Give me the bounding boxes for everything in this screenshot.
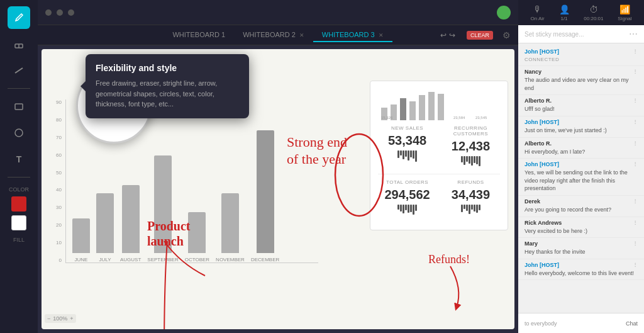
- chat-sender-4: Alberto R. ⋮: [525, 140, 638, 147]
- rect-tool-button[interactable]: [8, 95, 30, 118]
- sticky-menu-icon[interactable]: ⋯: [629, 29, 638, 39]
- dot-3: [68, 9, 74, 16]
- recurring-stat: RECURRING CUSTOMERS 12,438: [441, 125, 500, 166]
- tab-whiteboard-1[interactable]: WHITEBOARD 1: [164, 28, 234, 42]
- bar-july-label: JULY: [99, 257, 111, 262]
- chat-message-4: Alberto R. ⋮ Hi everybody, am I late?: [518, 138, 644, 159]
- signal-icon: 📶: [619, 4, 630, 14]
- chat-text-8: Hey thanks for the invite: [525, 248, 638, 256]
- settings-icon[interactable]: ⚙: [502, 30, 511, 40]
- bar-november-label: NOVEMBER: [216, 257, 245, 262]
- tooltip-body: Free drawing, eraser, stright line, arro…: [96, 78, 239, 110]
- bar-july: JULY: [96, 193, 114, 262]
- tooltip-title: Flexibility and style: [96, 63, 239, 73]
- bar-september: SEPTEMBER: [147, 155, 178, 262]
- svg-point-4: [15, 129, 23, 137]
- bar-october-label: OCTOBER: [185, 257, 209, 262]
- to-everybody-label: to everybody: [525, 320, 622, 327]
- zoom-out-icon[interactable]: −: [47, 315, 50, 322]
- time-label: 00:20:01: [584, 16, 603, 21]
- svg-text:23,545: 23,545: [475, 116, 487, 120]
- zoom-in-icon[interactable]: +: [70, 315, 73, 322]
- bar-august-rect: [122, 185, 140, 253]
- color-white-swatch[interactable]: [11, 215, 26, 230]
- right-top-bar: 🎙 On Air 👤 1/1 ⏱ 00:20:01 📶 Signal: [518, 0, 644, 25]
- pen-tool-button[interactable]: [8, 6, 30, 29]
- bar-august: AUGUST: [120, 185, 141, 262]
- bar-november-rect: [221, 193, 239, 253]
- refunds-bars: [441, 205, 500, 214]
- refunds-stat: REFUNDS 34,439: [441, 179, 500, 215]
- total-orders-value: 294,562: [378, 188, 436, 202]
- line-tool-button[interactable]: [8, 59, 30, 82]
- clock-icon: ⏱: [589, 4, 598, 14]
- whiteboard-canvas[interactable]: Flexibility and style Free drawing, eras…: [42, 49, 514, 329]
- left-toolbar: T COLOR FILL: [0, 0, 38, 333]
- green-status-dot: [497, 6, 511, 20]
- svg-rect-8: [409, 101, 416, 120]
- bar-june-label: JUNE: [75, 257, 88, 262]
- svg-rect-9: [419, 95, 425, 120]
- new-sales-label: NEW SALES: [378, 125, 436, 131]
- bar-september-rect: [154, 155, 172, 253]
- chat-message-2: Alberto R. ⋮ Ufff so glad!: [518, 95, 644, 116]
- text-tool-button[interactable]: T: [8, 148, 30, 171]
- stats-row-bottom: TOTAL ORDERS 294,562 REFUNDS 34,439: [378, 179, 500, 215]
- fill-section-label: FILL: [13, 237, 25, 243]
- tab-whiteboard-3[interactable]: WHITEBOARD 3✕: [313, 28, 392, 42]
- sticky-message-input[interactable]: Set sticky message... ⋯: [518, 25, 644, 43]
- chat-text-4: Hi everybody, am I late?: [525, 148, 638, 156]
- eraser-tool-button[interactable]: [8, 33, 30, 55]
- svg-text:23,584: 23,584: [453, 116, 465, 120]
- chat-sender-5: John [HOST] ⋮: [525, 161, 638, 167]
- chat-sender-6: Derek ⋮: [525, 198, 638, 205]
- chat-messages-list: John [HOST] ⋮ CONNECTED Nancy ⋮ The audi…: [518, 43, 644, 313]
- wifi-status: 👤 1/1: [559, 4, 570, 21]
- chart-y-axis: 9080706050 403020100: [48, 99, 64, 263]
- chat-text-7: Very excited to be here :): [525, 227, 638, 235]
- whiteboard-tabs-bar: WHITEBOARD 1 WHITEBOARD 2✕ WHITEBOARD 3✕…: [38, 25, 518, 45]
- refunds-value: 34,439: [441, 188, 500, 202]
- refunds-label: REFUNDS: [441, 179, 500, 185]
- chat-sender-2: Alberto R. ⋮: [525, 98, 638, 104]
- chat-message-0: John [HOST] ⋮ CONNECTED: [518, 46, 644, 66]
- stats-panel: 15,326 23,584 23,545 NEW SALES 53,348: [370, 81, 508, 230]
- on-air-status: 🎙 On Air: [530, 4, 544, 21]
- chat-message-8: Mary ⋮ Hey thanks for the invite: [518, 238, 644, 259]
- circle-tool-button[interactable]: [8, 121, 30, 144]
- bar-september-label: SEPTEMBER: [147, 257, 178, 262]
- chat-sender-8: Mary ⋮: [525, 240, 638, 247]
- signal-label: Signal: [618, 16, 631, 21]
- color-red-swatch[interactable]: [11, 196, 26, 212]
- svg-rect-3: [15, 104, 23, 110]
- chat-sender-0: John [HOST] ⋮: [525, 48, 638, 55]
- dot-1: [45, 9, 52, 16]
- zoom-controls[interactable]: − 100% +: [45, 314, 76, 323]
- chat-footer[interactable]: to everybody Chat: [518, 313, 644, 333]
- svg-text:Refunds!: Refunds!: [428, 253, 470, 266]
- chat-text-3: Just on time, we've just started :): [525, 127, 638, 135]
- total-orders-stat: TOTAL ORDERS 294,562: [378, 179, 436, 215]
- clear-button[interactable]: CLEAR: [467, 31, 493, 40]
- sticky-placeholder: Set sticky message...: [525, 31, 629, 38]
- chat-message-7: Rick Andrews ⋮ Very excited to be here :…: [518, 217, 644, 239]
- chat-text-5: Yes, we will be sending out the link to …: [525, 169, 638, 193]
- time-status: ⏱ 00:20:01: [584, 4, 603, 21]
- new-sales-stat: NEW SALES 53,348: [378, 125, 436, 166]
- stats-row-top: NEW SALES 53,348 RECURRING CUSTOMERS 12,…: [378, 125, 500, 166]
- chat-message-5: John [HOST] ⋮ Yes, we will be sending ou…: [518, 159, 644, 196]
- mic-icon: 🎙: [533, 4, 542, 14]
- svg-text:15,326: 15,326: [381, 116, 393, 120]
- recurring-bars: [441, 156, 500, 166]
- chat-text-2: Ufff so glad!: [525, 105, 638, 113]
- main-whiteboard-area: WHITEBOARD 1 WHITEBOARD 2✕ WHITEBOARD 3✕…: [38, 0, 518, 333]
- svg-line-2: [15, 68, 23, 73]
- chat-message-6: Derek ⋮ Are you going to record the even…: [518, 196, 644, 217]
- total-orders-label: TOTAL ORDERS: [378, 179, 436, 185]
- new-sales-value: 53,348: [378, 133, 436, 148]
- chat-message-9: John [HOST] ⋮ Hello everybody, welcome t…: [518, 259, 644, 281]
- svg-rect-11: [438, 94, 444, 120]
- chat-text-0: CONNECTED: [525, 56, 638, 63]
- color-section-label: COLOR: [9, 186, 29, 193]
- tab-whiteboard-2[interactable]: WHITEBOARD 2✕: [234, 28, 313, 42]
